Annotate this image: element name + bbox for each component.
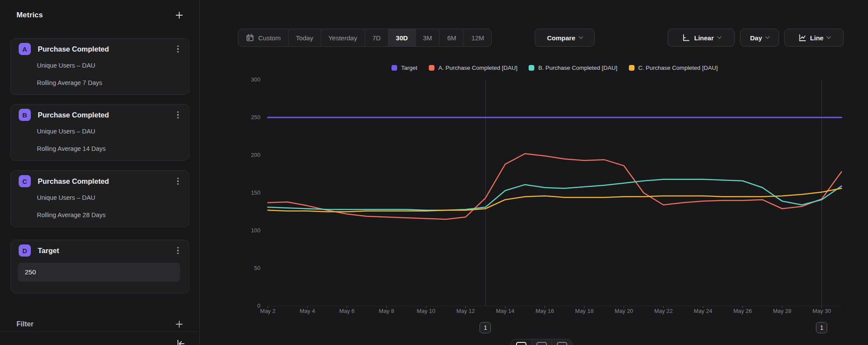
legend-swatch: [391, 65, 397, 71]
range-label: 7D: [372, 34, 381, 42]
range-label: 6M: [447, 34, 456, 42]
view-chart-button[interactable]: [511, 339, 531, 345]
x-axis-tick-label: May 4: [290, 308, 325, 314]
add-metric-button[interactable]: [174, 10, 184, 20]
chart-legend: Target A. Purchase Completed [DAU] B. Pu…: [268, 63, 842, 72]
range-12m[interactable]: 12M: [464, 29, 491, 46]
x-axis-tick-label: May 2: [250, 308, 285, 314]
metrics-title: Metrics: [16, 11, 43, 20]
range-30d[interactable]: 30D: [388, 29, 415, 46]
chart-view-toggle: [510, 339, 572, 345]
x-axis-tick-label: May 18: [567, 308, 602, 314]
legend-swatch: [529, 65, 534, 71]
y-axis-tick-label: 250: [237, 114, 260, 120]
compare-label: Compare: [547, 34, 575, 42]
interval-label: Day: [750, 34, 762, 42]
legend-item-a[interactable]: A. Purchase Completed [DAU]: [429, 65, 517, 71]
legend-swatch: [629, 65, 635, 71]
y-axis-tick-label: 50: [237, 265, 260, 271]
metric-options-button[interactable]: [173, 44, 183, 54]
date-range-control: Custom Today Yesterday 7D 30D 3M 6M 12M: [238, 29, 492, 47]
legend-label: C. Purchase Completed [DAU]: [638, 65, 718, 71]
line-chart-plot[interactable]: [268, 80, 842, 309]
x-axis-tick-label: May 8: [369, 308, 404, 314]
metrics-header: Metrics: [16, 10, 184, 21]
x-axis-tick-label: May 20: [607, 308, 641, 314]
calendar-icon: [246, 33, 254, 42]
range-custom[interactable]: Custom: [238, 29, 288, 46]
metric-measure: Unique Users – DAU: [37, 194, 95, 201]
range-3m[interactable]: 3M: [415, 29, 440, 46]
metric-badge-c: C: [19, 175, 31, 187]
chevron-down-icon: [717, 35, 721, 39]
chevron-down-icon: [579, 35, 583, 39]
x-axis-tick-label: May 14: [488, 308, 523, 314]
y-axis-tick-label: 200: [237, 152, 260, 158]
range-label: Yesterday: [329, 34, 357, 42]
range-yesterday[interactable]: Yesterday: [321, 29, 365, 46]
x-axis-tick-label: May 12: [448, 308, 483, 314]
annotation-badge[interactable]: 1: [816, 322, 827, 333]
chart-type-label: Line: [810, 34, 824, 42]
metrics-sidebar: Metrics A Purchase Completed Unique User…: [0, 0, 200, 345]
metric-card-b[interactable]: B Purchase Completed Unique Users – DAU …: [10, 104, 189, 161]
legend-item-b[interactable]: B. Purchase Completed [DAU]: [529, 65, 617, 71]
sidebar-divider: [0, 332, 199, 332]
x-axis-tick-label: May 26: [725, 308, 760, 314]
x-axis-tick-label: May 28: [765, 308, 799, 314]
scale-label: Linear: [694, 34, 713, 42]
x-axis-tick-label: May 10: [409, 308, 444, 314]
add-filter-button[interactable]: [174, 319, 184, 329]
filter-section: Filter: [16, 319, 184, 330]
plus-icon: [175, 320, 184, 329]
legend-label: Target: [401, 65, 418, 71]
app-root: { "sidebar": { "title": "Metrics", "add_…: [0, 0, 868, 345]
interval-select-button[interactable]: Day: [740, 29, 779, 47]
range-label: Custom: [258, 34, 281, 42]
line-chart-icon: [798, 33, 806, 42]
legend-item-target[interactable]: Target: [391, 65, 418, 71]
target-value-input[interactable]: [18, 263, 180, 282]
target-options-button[interactable]: [173, 245, 183, 256]
legend-label: A. Purchase Completed [DAU]: [438, 65, 517, 71]
axis-scale-icon: [681, 33, 690, 42]
view-table-button[interactable]: [552, 339, 572, 345]
metric-badge-d: D: [19, 244, 31, 257]
metric-options-button[interactable]: [173, 110, 183, 120]
chart-view-icon: [516, 342, 526, 345]
target-card[interactable]: D Target: [10, 240, 189, 293]
metric-title: Purchase Completed: [38, 111, 173, 119]
compare-button[interactable]: Compare: [535, 29, 595, 47]
metric-badge-a: A: [19, 43, 31, 55]
chevron-down-icon: [827, 35, 831, 39]
table-view-icon: [557, 342, 567, 345]
chart-type-select-button[interactable]: Line: [784, 29, 844, 47]
breakdown-view-icon: [536, 342, 547, 345]
metric-card-a[interactable]: A Purchase Completed Unique Users – DAU …: [10, 38, 189, 95]
range-label: Today: [296, 34, 313, 42]
range-label: 12M: [471, 34, 484, 42]
metric-measure: Unique Users – DAU: [37, 62, 95, 69]
collapse-sidebar-button[interactable]: [175, 338, 186, 345]
metric-options-button[interactable]: [173, 176, 183, 186]
metric-rolling-average: Rolling Average 28 Days: [37, 212, 106, 218]
metric-title: Purchase Completed: [38, 177, 173, 186]
x-axis-tick-label: May 6: [329, 308, 364, 314]
y-axis-tick-label: 150: [237, 189, 260, 196]
metric-card-c[interactable]: C Purchase Completed Unique Users – DAU …: [10, 170, 189, 227]
target-card-header: D Target: [19, 244, 183, 257]
scale-select-button[interactable]: Linear: [667, 29, 735, 47]
range-6m[interactable]: 6M: [439, 29, 464, 46]
legend-item-c[interactable]: C. Purchase Completed [DAU]: [629, 65, 718, 71]
legend-swatch: [429, 65, 434, 71]
plus-icon: [175, 11, 184, 20]
metric-rolling-average: Rolling Average 14 Days: [37, 145, 106, 152]
range-label: 30D: [396, 34, 408, 42]
x-axis-tick-label: May 24: [686, 308, 720, 314]
range-7d[interactable]: 7D: [365, 29, 388, 46]
range-today[interactable]: Today: [288, 29, 321, 46]
view-breakdown-button[interactable]: [531, 339, 552, 345]
metric-title: Purchase Completed: [38, 45, 173, 53]
annotation-badge[interactable]: 1: [480, 322, 491, 333]
y-axis-tick-label: 100: [237, 227, 260, 234]
